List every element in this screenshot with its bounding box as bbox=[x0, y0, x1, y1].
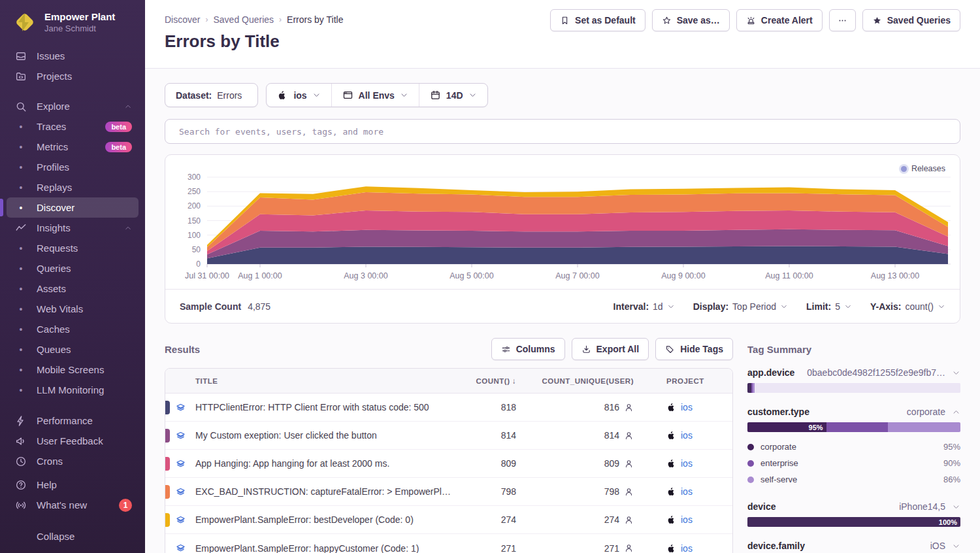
y-axis-control[interactable]: Y-Axis:count() bbox=[870, 301, 945, 312]
search-input[interactable] bbox=[179, 127, 952, 137]
sidebar-item-what-s-new[interactable]: What's new1 bbox=[7, 495, 139, 515]
sidebar-item-web-vitals[interactable]: •Web Vitals bbox=[7, 299, 139, 319]
results-title: Results bbox=[165, 344, 200, 355]
tag-breakdown-row[interactable]: enterprise90% bbox=[747, 455, 960, 471]
project-link[interactable]: ios bbox=[681, 458, 693, 469]
tag-breakdown-row[interactable]: self-serve86% bbox=[747, 471, 960, 488]
layers-icon[interactable] bbox=[165, 543, 195, 553]
tag-header-customer-type[interactable]: customer.typecorporate bbox=[747, 407, 960, 417]
svg-text:Jul 31 00:00: Jul 31 00:00 bbox=[185, 271, 229, 280]
sidebar-item-profiles[interactable]: •Profiles bbox=[7, 157, 139, 177]
bullet-icon: • bbox=[14, 142, 27, 152]
ios-filter[interactable]: ios bbox=[267, 84, 331, 107]
svg-text:300: 300 bbox=[188, 173, 201, 182]
breadcrumb-discover[interactable]: Discover bbox=[165, 14, 200, 25]
saved-queries-button[interactable]: Saved Queries bbox=[862, 9, 960, 31]
sidebar-item-assets[interactable]: •Assets bbox=[7, 278, 139, 299]
search-bar[interactable] bbox=[165, 119, 960, 144]
export-all-button[interactable]: Export All bbox=[572, 338, 649, 360]
column-header-count-unique[interactable]: COUNT_UNIQUE(USER) bbox=[532, 377, 649, 385]
sidebar-item-label: Explore bbox=[37, 101, 70, 112]
svg-text:Aug 7 00:00: Aug 7 00:00 bbox=[555, 271, 599, 280]
table-row[interactable]: My Custom exeption: User clicked the but… bbox=[165, 422, 732, 450]
count-value: 274 bbox=[463, 514, 532, 525]
dataset-selector[interactable]: Dataset: Errors bbox=[165, 83, 258, 107]
stacked-area-chart[interactable]: Releases 050100150200250300Jul 31 00:00A… bbox=[165, 155, 960, 289]
display-control[interactable]: Display:Top Period bbox=[693, 301, 788, 312]
sidebar-item-traces[interactable]: •Tracesbeta bbox=[7, 116, 139, 137]
count-unique-cell: 274 bbox=[532, 514, 649, 525]
sidebar-item-requests[interactable]: •Requests bbox=[7, 238, 139, 258]
sidebar-item-user-feedback[interactable]: User Feedback bbox=[7, 431, 139, 451]
sample-count: Sample Count 4,875 bbox=[180, 301, 270, 312]
save-as-button[interactable]: Save as… bbox=[652, 9, 730, 31]
interval-control[interactable]: Interval:1d bbox=[613, 301, 675, 312]
what-s-new-icon bbox=[14, 499, 27, 511]
table-row[interactable]: HTTPClientError: HTTP Client Error with … bbox=[165, 394, 732, 422]
sidebar-item-crons[interactable]: Crons bbox=[7, 451, 139, 471]
person-icon bbox=[624, 459, 634, 469]
tag-header-device[interactable]: deviceiPhone14,5 bbox=[747, 501, 960, 512]
error-title[interactable]: My Custom exeption: User clicked the but… bbox=[195, 430, 463, 441]
limit-control[interactable]: Limit:5 bbox=[806, 301, 852, 312]
chart-legend[interactable]: Releases bbox=[901, 164, 945, 173]
tag-header-device-family[interactable]: device.familyiOS bbox=[747, 541, 960, 551]
tag-value-percent: 86% bbox=[943, 475, 960, 484]
all-envs-filter[interactable]: All Envs bbox=[331, 84, 419, 107]
sidebar-item-label: Traces bbox=[37, 121, 66, 132]
table-row[interactable]: EXC_BAD_INSTRUCTION: captureFatalError: … bbox=[165, 478, 732, 506]
table-row[interactable]: EmpowerPlant.SampleError: happyCustomer … bbox=[165, 534, 732, 553]
table-row[interactable]: EmpowerPlant.SampleError: bestDeveloper … bbox=[165, 506, 732, 534]
create-alert-button[interactable]: Create Alert bbox=[736, 9, 823, 31]
error-title[interactable]: App Hanging: App hanging for at least 20… bbox=[195, 458, 463, 469]
column-header-count[interactable]: COUNT()↓ bbox=[463, 377, 532, 386]
14d-filter[interactable]: 14D bbox=[419, 84, 487, 107]
sidebar-item-queries[interactable]: •Queries bbox=[7, 258, 139, 278]
sidebar-item-projects[interactable]: Projects bbox=[7, 66, 139, 86]
tag-breakdown-row[interactable]: corporate95% bbox=[747, 439, 960, 455]
project-cell: ios bbox=[649, 486, 733, 497]
column-header-project[interactable]: PROJECT bbox=[649, 377, 733, 385]
breadcrumb-current: Errors by Title bbox=[287, 14, 343, 25]
sidebar-item-issues[interactable]: Issues bbox=[7, 46, 139, 66]
sidebar-item-help[interactable]: Help bbox=[7, 475, 139, 495]
segment-percent-label: 95% bbox=[809, 424, 826, 431]
error-title[interactable]: EmpowerPlant.SampleError: bestDeveloper … bbox=[195, 514, 463, 525]
more-options-button[interactable] bbox=[829, 9, 856, 31]
sidebar-nav: IssuesProjectsExplore•Tracesbeta•Metrics… bbox=[0, 41, 145, 526]
sidebar-item-metrics[interactable]: •Metricsbeta bbox=[7, 137, 139, 157]
sidebar-item-performance[interactable]: Performance bbox=[7, 411, 139, 431]
sidebar-item-caches[interactable]: •Caches bbox=[7, 319, 139, 339]
page-header: Discover › Saved Queries › Errors by Tit… bbox=[145, 0, 980, 69]
hide-tags-button[interactable]: Hide Tags bbox=[655, 338, 733, 360]
sidebar-item-label: Assets bbox=[37, 283, 66, 294]
tag-header-app-device[interactable]: app.device0baebc0de4982f1255f2e9e9fb7… bbox=[747, 367, 960, 378]
project-link[interactable]: ios bbox=[681, 486, 693, 497]
error-title[interactable]: EmpowerPlant.SampleError: happyCustomer … bbox=[195, 543, 463, 553]
svg-text:200: 200 bbox=[188, 201, 201, 210]
column-header-title[interactable]: TITLE bbox=[195, 377, 463, 385]
sidebar-item-insights[interactable]: Insights bbox=[7, 218, 139, 238]
sidebar-collapse-button[interactable]: Collapse bbox=[7, 526, 139, 546]
project-cell: ios bbox=[649, 514, 733, 525]
sidebar-item-replays[interactable]: •Replays bbox=[7, 177, 139, 197]
sidebar-item-discover[interactable]: •Discover bbox=[7, 197, 139, 218]
project-link[interactable]: ios bbox=[681, 430, 693, 441]
project-link[interactable]: ios bbox=[681, 402, 693, 412]
sidebar-item-llm-monitoring[interactable]: •LLM Monitoring bbox=[7, 380, 139, 400]
error-title[interactable]: EXC_BAD_INSTRUCTION: captureFatalError: … bbox=[195, 486, 463, 497]
sidebar-item-queues[interactable]: •Queues bbox=[7, 339, 139, 360]
star-filled-icon bbox=[872, 16, 882, 25]
sidebar-item-label: Profiles bbox=[37, 161, 69, 173]
sidebar-item-explore[interactable]: Explore bbox=[7, 96, 139, 116]
set-as-default-button[interactable]: Set as Default bbox=[550, 9, 645, 31]
table-row[interactable]: App Hanging: App hanging for at least 20… bbox=[165, 450, 732, 478]
org-switcher[interactable]: Empower Plant Jane Schmidt bbox=[0, 0, 145, 41]
sidebar-item-mobile-screens[interactable]: •Mobile Screens bbox=[7, 360, 139, 380]
error-title[interactable]: HTTPClientError: HTTP Client Error with … bbox=[195, 402, 463, 412]
project-link[interactable]: ios bbox=[681, 514, 693, 525]
breadcrumb-saved-queries[interactable]: Saved Queries bbox=[213, 14, 274, 25]
project-link[interactable]: ios bbox=[681, 543, 693, 553]
columns-button[interactable]: Columns bbox=[491, 338, 565, 360]
sidebar-item-label: Requests bbox=[37, 243, 78, 254]
